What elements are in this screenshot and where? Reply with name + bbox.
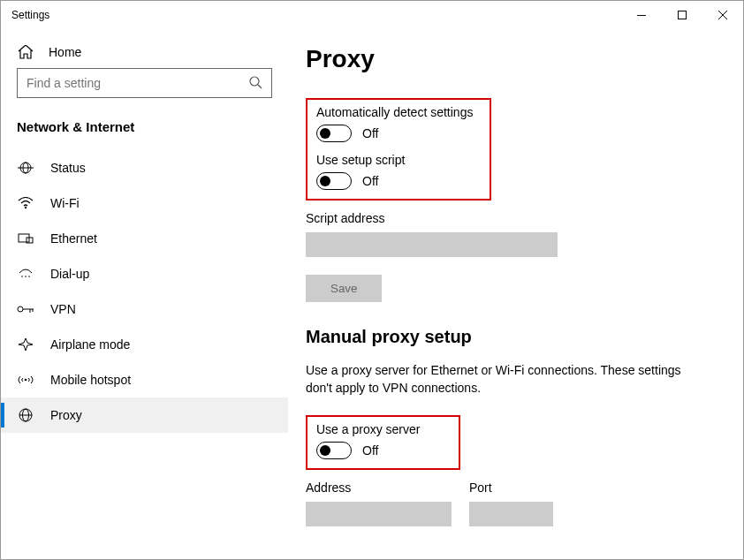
svg-rect-1 [679, 11, 687, 19]
category-heading: Network & Internet [1, 110, 288, 150]
sidebar-item-label: Airplane mode [50, 337, 130, 352]
minimize-icon [637, 15, 646, 16]
svg-point-13 [25, 276, 27, 277]
svg-point-14 [28, 276, 30, 277]
home-nav[interactable]: Home [1, 36, 288, 68]
setup-script-state: Off [362, 174, 378, 188]
close-button[interactable] [702, 1, 743, 29]
save-button[interactable]: Save [306, 275, 382, 302]
window-controls [621, 1, 743, 29]
sidebar-item-hotspot[interactable]: Mobile hotspot [1, 362, 288, 397]
address-label: Address [306, 481, 452, 495]
svg-line-5 [258, 85, 262, 88]
use-proxy-toggle[interactable] [316, 442, 352, 459]
search-icon [248, 75, 262, 92]
auto-detect-state: Off [362, 126, 378, 140]
sidebar-item-airplane[interactable]: Airplane mode [1, 327, 288, 362]
sidebar-item-ethernet[interactable]: Ethernet [1, 221, 288, 256]
svg-rect-0 [637, 15, 646, 16]
use-proxy-state: Off [362, 443, 378, 458]
svg-point-4 [250, 77, 259, 86]
auto-detect-toggle[interactable] [316, 125, 352, 142]
manual-heading: Manual proxy setup [306, 327, 717, 347]
sidebar-item-label: Dial-up [50, 267, 89, 281]
sidebar-item-label: VPN [50, 302, 76, 316]
manual-desc: Use a proxy server for Ethernet or Wi-Fi… [306, 361, 695, 397]
hotspot-icon [17, 374, 34, 386]
sidebar-item-dialup[interactable]: Dial-up [1, 256, 288, 291]
sidebar-item-proxy[interactable]: Proxy [1, 397, 288, 433]
ethernet-icon [17, 232, 34, 245]
sidebar-item-label: Status [50, 161, 86, 175]
auto-detect-label: Automatically detect settings [316, 105, 481, 119]
close-icon [718, 11, 727, 19]
maximize-button[interactable] [662, 1, 702, 29]
svg-point-9 [25, 207, 27, 208]
status-icon [17, 162, 34, 174]
svg-point-19 [25, 379, 27, 382]
script-address-input[interactable] [306, 232, 558, 257]
sidebar-item-label: Proxy [50, 408, 82, 422]
home-icon [17, 45, 34, 59]
dialup-icon [17, 268, 34, 280]
vpn-icon [17, 304, 34, 314]
address-input[interactable] [306, 502, 452, 526]
sidebar-item-label: Wi-Fi [50, 196, 80, 210]
sidebar: Home Network & Internet Status [1, 29, 288, 559]
content-panel: Proxy Automatically detect settings Off … [288, 29, 743, 559]
minimize-button[interactable] [621, 1, 662, 29]
svg-point-15 [18, 306, 23, 312]
setup-script-label: Use setup script [316, 153, 481, 167]
sidebar-item-vpn[interactable]: VPN [1, 291, 288, 327]
titlebar: Settings [1, 1, 743, 29]
auto-proxy-highlight: Automatically detect settings Off Use se… [306, 98, 491, 201]
window-title: Settings [11, 9, 49, 21]
search-input[interactable] [27, 76, 248, 90]
proxy-icon [17, 408, 34, 422]
port-label: Port [469, 481, 553, 495]
sidebar-item-label: Mobile hotspot [50, 373, 131, 387]
wifi-icon [17, 197, 34, 209]
port-input[interactable] [469, 502, 553, 526]
nav-list: Status Wi-Fi Ethernet Dial-up [1, 150, 288, 433]
airplane-icon [17, 337, 34, 352]
sidebar-item-label: Ethernet [50, 231, 97, 246]
use-proxy-highlight: Use a proxy server Off [306, 415, 460, 470]
use-proxy-label: Use a proxy server [316, 422, 450, 436]
sidebar-item-status[interactable]: Status [1, 150, 288, 185]
svg-point-12 [21, 276, 23, 277]
page-title: Proxy [306, 45, 717, 73]
home-label: Home [49, 45, 81, 59]
search-box[interactable] [17, 68, 272, 98]
script-address-label: Script address [306, 211, 717, 225]
setup-script-toggle[interactable] [316, 172, 352, 190]
sidebar-item-wifi[interactable]: Wi-Fi [1, 185, 288, 221]
maximize-icon [678, 11, 687, 19]
